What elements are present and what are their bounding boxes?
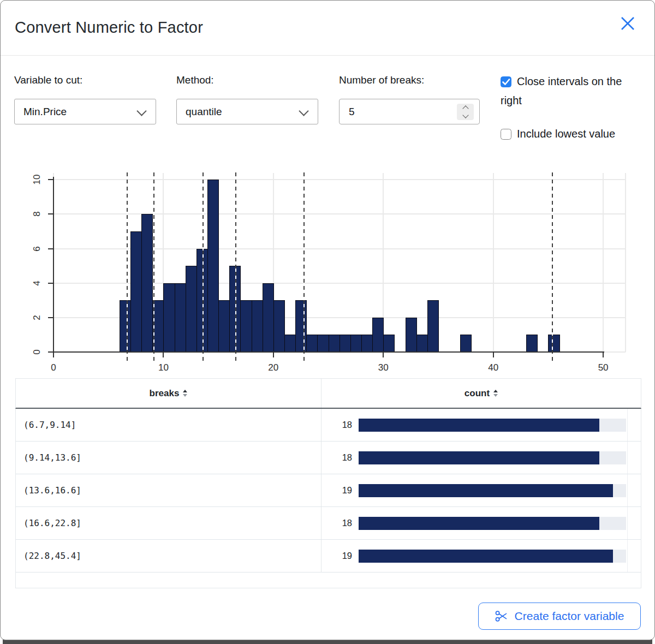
y-tick-label: 10 [32,170,41,189]
convert-numeric-dialog: Convert Numeric to Factor Variable to cu… [0,0,655,640]
breaks-cell: (6.7,9.14] [16,409,321,441]
table-row[interactable]: (16.6,22.8]18 [16,507,641,540]
y-tick-label: 6 [32,239,41,259]
x-tick-label: 40 [481,362,506,373]
breaks-cell: (16.6,22.8] [16,507,321,539]
table-row[interactable]: (9.14,13.6]18 [16,442,641,474]
table-scroll-gutter [627,442,628,474]
histogram-bar [141,214,153,353]
grid-line-x [625,173,626,352]
y-tick-label: 8 [32,204,41,224]
count-bar-track [359,451,626,464]
x-tick [603,353,604,357]
table-footer [15,573,641,588]
column-header-breaks[interactable]: breaks [16,379,321,408]
count-cell: 19 [321,474,641,506]
create-factor-button[interactable]: Create factor variable [478,603,641,630]
histogram-bar [526,335,538,353]
scissors-icon [495,610,508,623]
y-tick-label: 0 [32,342,41,362]
count-bar-track [359,484,626,497]
table-row[interactable]: (22.8,45.4]19 [16,540,641,573]
sort-icon [493,390,498,397]
count-cell: 18 [321,409,641,441]
table-scroll-gutter [627,409,628,441]
grid-line-x [493,173,494,352]
x-tick [53,353,54,357]
count-bar [359,484,613,497]
y-tick [48,179,53,180]
count-bar-track [359,517,626,530]
histogram-bar [284,335,296,353]
breaks-cell: (9.14,13.6] [16,442,321,474]
x-tick [493,353,494,357]
histogram-plot: 010203040500246810 [1,1,655,383]
y-tick-label: 4 [32,273,41,293]
x-tick-label: 20 [261,362,286,373]
histogram-bar [120,300,131,353]
histogram-bar [383,335,395,353]
grid-line-y [53,179,626,180]
histogram-bar [372,318,384,353]
count-value: 18 [321,518,352,528]
histogram-bar [252,300,263,353]
y-tick [48,248,53,249]
count-bar [359,451,599,464]
x-tick-label: 50 [591,362,616,373]
count-value: 18 [321,452,352,463]
table-scroll-gutter [627,474,628,506]
histogram-bar [175,283,186,353]
count-value: 19 [321,485,352,496]
count-bar [359,550,613,563]
create-factor-label: Create factor variable [515,610,624,623]
histogram-bar [295,300,307,353]
break-line [203,172,204,361]
count-value: 18 [321,420,352,430]
histogram-bar [218,300,230,353]
histogram-bar [130,231,142,353]
histogram-bar [406,318,417,353]
break-line [235,172,236,361]
histogram-bar [427,300,439,353]
histogram-bar [207,180,219,353]
count-cell: 18 [321,442,641,474]
count-bar-track [359,419,626,432]
table-row[interactable]: (6.7,9.14]18 [16,409,641,442]
histogram-bar [163,283,175,353]
histogram-bar [548,335,559,353]
y-axis [53,177,54,355]
table-scroll-gutter [627,507,628,539]
break-line [303,172,305,361]
y-tick [48,351,53,353]
break-line [127,172,128,361]
count-cell: 18 [321,507,641,539]
histogram-bar [306,335,318,353]
x-tick [273,353,274,357]
column-header-count[interactable]: count [321,379,641,408]
break-line [552,172,553,361]
count-bar [359,419,599,432]
x-tick-label: 0 [41,362,66,373]
histogram-bar [273,300,285,353]
y-tick [48,317,53,318]
histogram-bar [416,335,428,353]
histogram-bar [350,335,362,353]
histogram-bar [240,300,252,353]
table-scroll-gutter [627,540,628,572]
grid-line-x [603,173,604,352]
table-row[interactable]: (13.6,16.6]19 [16,474,641,507]
y-tick [48,283,53,284]
x-axis [53,351,604,353]
histogram-bar [460,335,472,353]
break-line [153,172,154,361]
breaks-cell: (13.6,16.6] [16,474,321,506]
histogram-bar [361,335,373,353]
histogram-bar [263,283,274,353]
count-cell: 19 [321,540,641,572]
histogram-bar [340,335,351,353]
x-tick-label: 30 [371,362,396,373]
y-tick-label: 2 [32,308,41,327]
count-bar-track [359,550,626,563]
x-tick [383,353,384,357]
table-body: (6.7,9.14]18(9.14,13.6]18(13.6,16.6]19(1… [15,409,641,573]
